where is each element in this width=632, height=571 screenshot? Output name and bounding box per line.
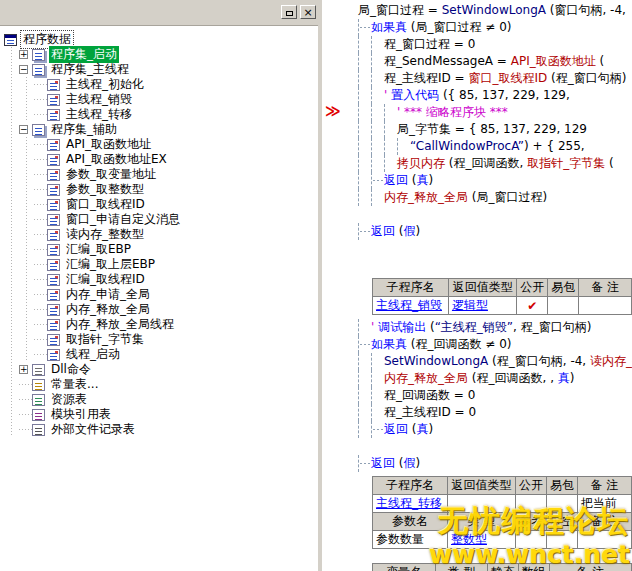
- tree-item[interactable]: API_取函数地址EX: [4, 152, 318, 167]
- table-cell[interactable]: [577, 531, 631, 549]
- collapsed-block-marker[interactable]: ≫: [325, 104, 341, 119]
- close-panel-button[interactable]: ×: [300, 5, 316, 19]
- tree-item[interactable]: 模块引用表: [4, 407, 318, 422]
- tree-root[interactable]: 程序数据: [4, 32, 318, 47]
- table-cell[interactable]: [447, 495, 515, 513]
- tree-item[interactable]: 读内存_整数型: [4, 227, 318, 242]
- tree-item[interactable]: 窗口_取线程ID: [4, 197, 318, 212]
- code-segment: “主线程_销毁”: [435, 320, 513, 334]
- tree-item[interactable]: 资源表: [4, 392, 318, 407]
- tree-connector: [19, 407, 32, 422]
- tree-item[interactable]: 汇编_取上层EBP: [4, 257, 318, 272]
- collapse-icon[interactable]: −: [19, 125, 28, 134]
- expand-icon[interactable]: +: [19, 50, 28, 59]
- tree-item[interactable]: −程序集_辅助: [4, 122, 318, 137]
- code-line[interactable]: “CallWindowProcA”) + { 255,: [322, 138, 632, 155]
- table-cell[interactable]: ✔: [517, 297, 548, 315]
- tree-item[interactable]: 取指针_字节集: [4, 332, 318, 347]
- tree-guide: [19, 212, 34, 227]
- code-line[interactable]: 局_窗口过程 = SetWindowLongA (窗口句柄, -4,: [322, 2, 632, 19]
- code-segment: (窗口句柄, -4,: [546, 3, 626, 17]
- code-segment: 内存_释放_全局: [384, 190, 468, 204]
- code-editor-panel[interactable]: ≫ 局_窗口过程 = SetWindowLongA (窗口句柄, -4,如果真 …: [322, 0, 632, 571]
- code-line[interactable]: ' *** 缩略程序块 ***: [322, 104, 632, 121]
- table-header-cell: 公开: [517, 279, 548, 297]
- tree-item[interactable]: +Dll命令: [4, 362, 318, 377]
- tree-guide: [19, 272, 34, 287]
- code-line[interactable]: 内存_释放_全局 (程_回调函数, , 真): [322, 370, 632, 387]
- code-line[interactable]: 程_主线程ID = 窗口_取线程ID (程_窗口句柄): [322, 70, 632, 87]
- code-line[interactable]: 拷贝内存 (程_回调函数, 取指针_字节集 (: [322, 155, 632, 172]
- tree-item[interactable]: 窗口_申请自定义消息: [4, 212, 318, 227]
- res-icon: [32, 394, 45, 406]
- code-segment: 程_回调函数 = 0: [384, 388, 475, 402]
- code-segment: (程_窗口句柄, -4,: [488, 354, 590, 368]
- table-cell[interactable]: 逻辑型: [448, 297, 516, 315]
- tree-item[interactable]: 常量表...: [4, 377, 318, 392]
- table-row: 主线程_转移把当前: [373, 495, 632, 513]
- table-cell[interactable]: 参数数量: [373, 531, 448, 549]
- code-line[interactable]: 返回 (真): [322, 421, 632, 438]
- table-cell[interactable]: 把当前: [577, 495, 631, 513]
- tree-guide: [4, 257, 19, 272]
- code-line[interactable]: 程_窗口过程 = 0: [322, 36, 632, 53]
- code-line[interactable]: 如果真 (程_回调函数 ≠ 0): [322, 336, 632, 353]
- table-cell[interactable]: [546, 495, 577, 513]
- ext-icon: [32, 424, 45, 436]
- tree-item[interactable]: 汇编_取EBP: [4, 242, 318, 257]
- table-cell[interactable]: [515, 531, 546, 549]
- tree-item[interactable]: 内存_释放_全局线程: [4, 317, 318, 332]
- indent-guide: [371, 189, 384, 206]
- code-line[interactable]: 程_SendMessageA = API_取函数地址 (: [322, 53, 632, 70]
- tree-item[interactable]: 参数_取变量地址: [4, 167, 318, 182]
- float-panel-button[interactable]: [281, 5, 297, 19]
- tree-guide: [4, 77, 19, 92]
- code-segment: , 程_窗口句柄): [513, 320, 591, 334]
- expand-icon[interactable]: +: [19, 365, 28, 374]
- sub-icon: [47, 94, 60, 106]
- tree-item[interactable]: 内存_释放_全局: [4, 302, 318, 317]
- code-line[interactable]: [322, 206, 632, 223]
- table-header-cell: 公开: [515, 477, 546, 495]
- collapse-icon[interactable]: −: [19, 65, 28, 74]
- code-line[interactable]: 程_回调函数 = 0: [322, 387, 632, 404]
- code-line[interactable]: [322, 257, 632, 274]
- code-line[interactable]: 程_主线程ID = 0: [322, 404, 632, 421]
- tree-item[interactable]: 汇编_取线程ID: [4, 272, 318, 287]
- code-line[interactable]: ' 调试输出 (“主线程_销毁”, 程_窗口句柄): [322, 319, 632, 336]
- table-cell[interactable]: 主线程_销毁: [373, 297, 449, 315]
- tree-item[interactable]: 内存_申请_全局: [4, 287, 318, 302]
- table-cell[interactable]: [548, 297, 579, 315]
- table-cell[interactable]: 主线程_转移: [373, 495, 448, 513]
- sub-icon: [47, 154, 60, 166]
- tree-item[interactable]: 线程_启动: [4, 347, 318, 362]
- tree-connector: [34, 257, 47, 272]
- code-line[interactable]: 返回 (假): [322, 223, 632, 240]
- tree-item-label: 外部文件记录表: [49, 421, 137, 438]
- table-cell[interactable]: [515, 495, 546, 513]
- tree-item[interactable]: 外部文件记录表: [4, 422, 318, 437]
- code-line[interactable]: 如果真 (局_窗口过程 ≠ 0): [322, 19, 632, 36]
- table-cell[interactable]: 整数型: [447, 531, 515, 549]
- code-segment: 返回: [371, 224, 395, 238]
- tree-item[interactable]: API_取函数地址: [4, 137, 318, 152]
- code-segment: 窗口_取线程ID: [468, 71, 547, 85]
- code-line[interactable]: ' 置入代码 ({ 85, 137, 229, 129,: [322, 87, 632, 104]
- code-line[interactable]: [322, 240, 632, 257]
- table-cell[interactable]: [546, 531, 577, 549]
- tree-item[interactable]: 主线程_初始化: [4, 77, 318, 92]
- code-line[interactable]: SetWindowLongA (程_窗口句柄, -4, 读内存_整数型 (程: [322, 353, 632, 370]
- code-line[interactable]: 返回 (假): [322, 455, 632, 472]
- code-line[interactable]: 局_字节集 = { 85, 137, 229, 129: [322, 121, 632, 138]
- code-line[interactable]: 返回 (真): [322, 172, 632, 189]
- tree-item[interactable]: 主线程_转移: [4, 107, 318, 122]
- table-header-cell: 易包: [548, 279, 579, 297]
- code-line[interactable]: [322, 438, 632, 455]
- tree-item[interactable]: +程序集_启动: [4, 47, 318, 62]
- tree-item[interactable]: 参数_取整数型: [4, 182, 318, 197]
- table-cell[interactable]: [579, 297, 632, 315]
- tree-item[interactable]: −程序集_主线程: [4, 62, 318, 77]
- code-line[interactable]: 内存_释放_全局 (局_窗口过程): [322, 189, 632, 206]
- tree-item[interactable]: 主线程_销毁: [4, 92, 318, 107]
- assembly-icon: [32, 64, 45, 76]
